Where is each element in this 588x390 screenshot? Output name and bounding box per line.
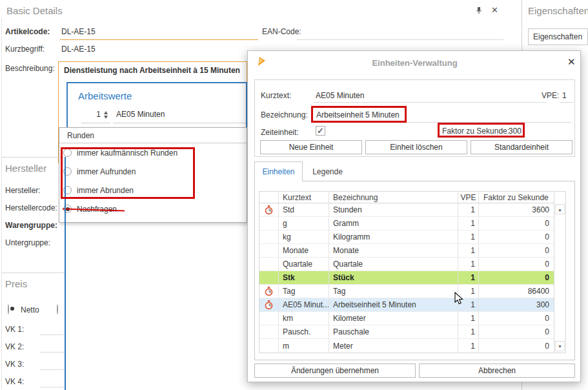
vk4-label: VK 4: — [5, 377, 24, 386]
icon-cell — [259, 258, 279, 271]
cell-faktor: 0 — [479, 312, 554, 325]
close-icon-dialog[interactable]: ✕ — [567, 56, 576, 68]
vk2-input[interactable] — [40, 352, 64, 353]
table-row[interactable]: Pausch.Pauschale10 — [259, 325, 554, 339]
header-vpe[interactable]: VPE — [458, 192, 479, 203]
kurzbegriff-input[interactable]: DL-AE-15 — [61, 45, 96, 54]
scroll-down-icon[interactable]: ▼ — [555, 341, 565, 351]
vk1-input[interactable] — [40, 334, 64, 335]
cell-bezeichnung: Meter — [329, 339, 458, 353]
icon-cell — [259, 217, 279, 230]
units-table-header: Kurztext Bezeichnung VPE Faktor zu Sekun… — [259, 192, 554, 203]
header-faktor[interactable]: Faktor zu Sekunde — [479, 192, 554, 203]
table-scrollbar[interactable]: ▲ ▼ — [554, 192, 565, 353]
icon-cell — [259, 325, 279, 338]
cell-faktor: 3600 — [479, 203, 554, 216]
cell-kurztext: AE05 Minut... — [279, 298, 329, 311]
header-kurztext[interactable]: Kurztext — [279, 192, 329, 203]
vk3-input[interactable] — [40, 369, 64, 370]
table-row[interactable]: StkStück10 — [259, 271, 554, 285]
annotation-box-runden — [61, 147, 195, 199]
unit-underline — [113, 123, 246, 123]
ean-input[interactable] — [297, 39, 503, 40]
cell-vpe: 1 — [458, 203, 479, 216]
table-row[interactable]: TagTag186400 — [259, 285, 554, 298]
herstellercode-label: Herstellercode: — [5, 203, 57, 212]
cell-bezeichnung: Stück — [329, 271, 458, 284]
panel-title-eigenschaften: Eigenschaften — [528, 5, 588, 16]
stepper-down-icon[interactable] — [104, 116, 108, 119]
cell-faktor: 0 — [479, 244, 554, 257]
cell-vpe: 1 — [458, 217, 479, 230]
runden-option[interactable]: Nachfragen — [59, 200, 247, 218]
cell-faktor: 0 — [479, 258, 554, 271]
quantity-stepper[interactable] — [104, 111, 108, 119]
new-unit-button[interactable]: Neue Einheit — [260, 140, 362, 154]
annotation-box-bezeichnung — [311, 106, 407, 123]
zeiteinheit-label: Zeiteinheit: — [261, 128, 299, 137]
cell-bezeichnung: Arbeitseinheit 5 Minuten — [329, 298, 458, 311]
einheiten-dialog: Einheiten-Verwaltung ✕ Kurztext: AE05 Mi… — [247, 50, 581, 382]
table-row[interactable]: mMeter10 — [259, 339, 554, 353]
vpe-label: VPE: — [542, 91, 559, 100]
cell-bezeichnung: Monate — [329, 244, 458, 257]
ean-label: EAN-Code: — [262, 27, 301, 36]
cell-faktor: 300 — [479, 298, 554, 311]
standard-unit-button[interactable]: Standardeinheit — [471, 140, 573, 154]
vk1-label: VK 1: — [5, 325, 24, 334]
cell-kurztext: g — [279, 217, 329, 230]
mouse-cursor — [454, 292, 464, 307]
table-row[interactable]: kgKilogramm10 — [259, 231, 554, 244]
table-row[interactable]: StdStunden13600 — [259, 203, 554, 217]
cell-vpe: 1 — [458, 339, 479, 353]
vpe-input[interactable]: 1 — [562, 91, 567, 100]
delete-unit-button[interactable]: Einheit löschen — [365, 140, 467, 154]
panel-title-preis: Preis — [5, 278, 27, 289]
cell-bezeichnung: Pauschale — [329, 325, 458, 338]
stepper-up-icon[interactable] — [104, 111, 108, 114]
cell-faktor: 0 — [479, 217, 554, 230]
brutto-radio[interactable] — [57, 304, 58, 314]
table-row[interactable]: QuartaleQuartale10 — [259, 258, 554, 271]
stopwatch-icon — [259, 298, 279, 311]
kurztext-input[interactable]: AE05 Minuten — [316, 91, 364, 100]
apply-button[interactable]: Änderungen übernehmen — [254, 364, 416, 378]
tab-legende[interactable]: Legende — [303, 161, 352, 181]
tab-eigenschaften[interactable]: Eigenschaften — [528, 28, 588, 45]
zeiteinheit-checkbox[interactable]: ✓ — [316, 126, 325, 136]
cancel-button[interactable]: Abbrechen — [419, 364, 575, 378]
netto-radio[interactable] — [8, 304, 9, 314]
stopwatch-icon — [259, 285, 279, 298]
cell-kurztext: Tag — [279, 285, 329, 298]
icon-cell — [259, 312, 279, 325]
kurzbegriff-label: Kurzbegriff: — [5, 45, 45, 54]
cell-bezeichnung: Kilometer — [329, 312, 458, 325]
pin-icon[interactable] — [475, 6, 483, 16]
vk3-label: VK 3: — [5, 360, 24, 369]
cell-kurztext: m — [279, 339, 329, 353]
cell-bezeichnung: Gramm — [329, 217, 458, 230]
cell-bezeichnung: Kilogramm — [329, 231, 458, 243]
cell-vpe: 1 — [458, 271, 479, 284]
preis-separator — [1, 272, 65, 273]
icon-cell — [259, 231, 279, 243]
cell-faktor: 0 — [479, 271, 554, 284]
table-row[interactable]: kmKilometer10 — [259, 312, 554, 325]
cell-bezeichnung: Quartale — [329, 258, 458, 271]
table-row[interactable]: gGramm10 — [259, 217, 554, 231]
cell-kurztext: Std — [279, 203, 329, 216]
table-row[interactable]: AE05 Minut...Arbeitseinheit 5 Minuten130… — [259, 298, 554, 312]
tab-einheiten[interactable]: Einheiten — [254, 161, 303, 181]
unit-field[interactable]: AE05 Minuten — [116, 110, 165, 119]
quantity-stepper-value[interactable]: 1 — [93, 110, 101, 119]
warengruppe-label: Warengruppe: — [5, 221, 57, 230]
annotation-box-faktor — [438, 123, 525, 138]
vk4-input[interactable] — [40, 387, 64, 387]
untergruppe-label: Untergruppe: — [5, 238, 50, 247]
cell-kurztext: kg — [279, 231, 329, 243]
artikelcode-input[interactable]: DL-AE-15 — [61, 27, 96, 36]
scroll-up-icon[interactable]: ▲ — [555, 204, 565, 214]
close-icon-basic-details[interactable]: ✕ — [491, 5, 498, 15]
table-row[interactable]: MonateMonate10 — [259, 244, 554, 258]
header-bezeichnung[interactable]: Bezeichnung — [329, 192, 458, 203]
